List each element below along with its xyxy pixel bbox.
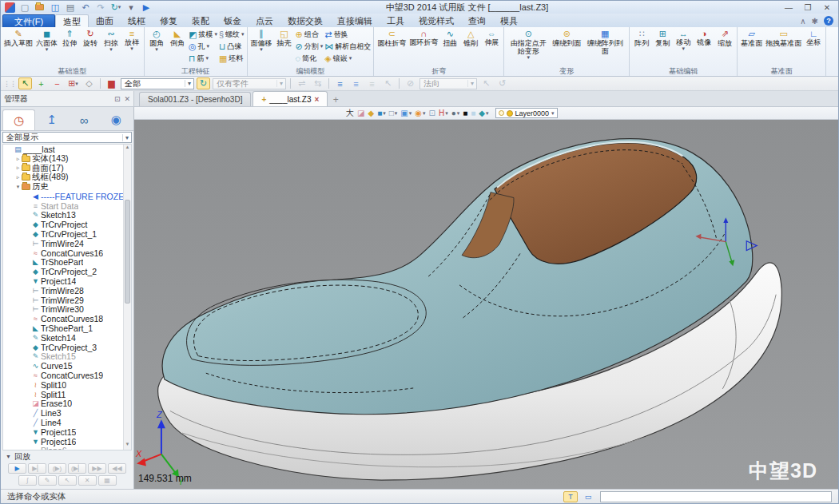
rib-button[interactable]: ⊓筋▾ bbox=[189, 53, 217, 64]
window-pick-button[interactable]: ⊞▾ bbox=[66, 77, 80, 89]
entity-filter-button[interactable]: ▆ bbox=[105, 77, 118, 89]
expand-list-button[interactable]: ≡ bbox=[333, 77, 347, 89]
divide-button[interactable]: ⊘分割▾ bbox=[296, 41, 324, 52]
align-pair-button[interactable]: ⇌ bbox=[295, 77, 308, 89]
redo-button[interactable]: ↷ bbox=[95, 2, 106, 13]
face-offset-button[interactable]: ∥面偏移▾ bbox=[249, 28, 274, 67]
pick-last-button[interactable]: ↖ bbox=[381, 77, 395, 89]
stretch-button[interactable]: ⇔伸展 bbox=[481, 28, 502, 67]
new-file-button[interactable]: ▢ bbox=[19, 2, 30, 13]
tab-视觉样式[interactable]: 视觉样式 bbox=[412, 14, 461, 27]
mirror-button[interactable]: ◑镜像 bbox=[694, 28, 714, 67]
text-input-toggle[interactable]: T bbox=[563, 491, 578, 502]
save-button[interactable]: ◫ bbox=[50, 2, 61, 13]
command-input[interactable] bbox=[600, 491, 832, 502]
auto-regen-button[interactable]: ↻ bbox=[197, 77, 210, 89]
tree-item-StartData[interactable]: ≡Start Data bbox=[3, 201, 131, 211]
box-button[interactable]: ◼六面体▾ bbox=[34, 28, 59, 67]
regen-button[interactable]: ↻▾ bbox=[110, 2, 121, 13]
close-button[interactable]: ✕ bbox=[821, 2, 833, 13]
replay-rewind-button[interactable]: ◀◀ bbox=[108, 463, 126, 474]
tree-item-TrimWire29[interactable]: ⊢TrimWire29 bbox=[3, 296, 131, 305]
background-button[interactable]: ●▾ bbox=[451, 109, 460, 117]
copy-button[interactable]: ⊞复制 bbox=[652, 28, 673, 67]
replay-play-button[interactable]: ▶ bbox=[8, 463, 26, 474]
heal-button[interactable]: ◆ bbox=[368, 109, 374, 117]
emboss-button[interactable]: ◈镶嵌▾ bbox=[324, 53, 371, 64]
add-pick-button[interactable]: + bbox=[34, 77, 48, 89]
shaded-display-button[interactable]: ■▾ bbox=[377, 109, 386, 117]
file-menu-button[interactable]: 文件(F) bbox=[2, 14, 55, 27]
tab-修复[interactable]: 修复 bbox=[153, 14, 185, 27]
document-tab[interactable]: Sola001.Z3 - [Desenho3D] bbox=[139, 92, 251, 106]
tree-item-Sketch15[interactable]: ✎Sketch15 bbox=[3, 352, 131, 362]
revolve-button[interactable]: ↻旋转 bbox=[80, 28, 101, 67]
close-tab-icon[interactable]: × bbox=[315, 95, 320, 104]
tab-线框[interactable]: 线框 bbox=[121, 14, 153, 27]
view-plane-button[interactable]: ▣▾ bbox=[400, 109, 412, 117]
document-tab[interactable]: +____last.Z3× bbox=[252, 91, 328, 106]
clip-section-button[interactable]: H▾ bbox=[439, 109, 448, 117]
normal-mode-select[interactable]: 法向▾ bbox=[420, 78, 477, 89]
replay-delete-button[interactable]: ✕ bbox=[78, 475, 97, 486]
stock-button[interactable]: ▦坯料 bbox=[219, 53, 245, 64]
tree-item-Sketch13[interactable]: ✎Sketch13 bbox=[3, 211, 131, 220]
tab-造型[interactable]: 造型 bbox=[55, 14, 89, 27]
tab-模具[interactable]: 模具 bbox=[493, 14, 525, 27]
tree-item-TrCrvProject_2[interactable]: ◆TrCrvProject_2 bbox=[3, 267, 131, 276]
new-document-tab-button[interactable]: + bbox=[329, 93, 342, 106]
tree-item-Plane6[interactable]: ▱Plane6 bbox=[3, 446, 131, 451]
restore-button[interactable]: ❐ bbox=[801, 2, 814, 13]
extrude-button[interactable]: ⇑拉伸 bbox=[59, 28, 80, 67]
sweep-button[interactable]: ∾扫掠▾ bbox=[101, 28, 121, 67]
drag-datum-button[interactable]: ▭拖拽基准面 bbox=[764, 28, 803, 67]
tree-item-ConcatCurves18[interactable]: ≈ConcatCurves18 bbox=[3, 314, 131, 323]
pale-color-swatch[interactable]: ■ bbox=[471, 109, 475, 117]
tab-曲面[interactable]: 曲面 bbox=[89, 14, 121, 27]
lasso-pick-button[interactable]: ◇ bbox=[82, 77, 96, 89]
remove-pick-button[interactable]: − bbox=[50, 77, 64, 89]
filter-scope-select[interactable]: 全部▾ bbox=[121, 78, 194, 89]
wrap-pattern-to-face-button[interactable]: ▦缠绕阵列到面 bbox=[583, 28, 627, 67]
tab-直接编辑[interactable]: 直接编辑 bbox=[330, 14, 380, 27]
taper-button[interactable]: △锥削 bbox=[460, 28, 481, 67]
tree-expander-icon[interactable]: ▹ bbox=[14, 156, 22, 162]
tree-expander-icon[interactable]: ▹ bbox=[14, 165, 22, 171]
undo-button[interactable]: ↶ bbox=[80, 2, 91, 13]
replay-step-button[interactable]: (▶) bbox=[48, 463, 66, 474]
wireframe-display-button[interactable]: □▾ bbox=[389, 109, 398, 117]
toolbar-grip[interactable]: ⋮⋮ bbox=[3, 80, 16, 88]
morph-from-point-button[interactable]: ⊙由指定点开始变形▾ bbox=[506, 28, 551, 67]
tree-item-TrimWire28[interactable]: ⊢TrimWire28 bbox=[3, 286, 131, 296]
tree-item-ConcatCurves19[interactable]: ≈ConcatCurves19 bbox=[3, 371, 131, 380]
scroll-up-icon[interactable]: ▲ bbox=[124, 145, 131, 153]
tree-item-ConcatCurves16[interactable]: ≈ConcatCurves16 bbox=[3, 248, 131, 258]
move-button[interactable]: ↔移动▾ bbox=[673, 28, 694, 67]
cylindrical-bend-button[interactable]: ⊂圆柱折弯 bbox=[376, 28, 408, 67]
tree-item-TrShoePart[interactable]: ◣TrShoePart bbox=[3, 258, 131, 268]
tree-item-Line4[interactable]: ╱Line4 bbox=[3, 418, 131, 427]
fillet-button[interactable]: ◴圆角▾ bbox=[146, 28, 167, 67]
list-all-button[interactable]: ≡ bbox=[365, 77, 379, 89]
tree-item-TrimWire30[interactable]: ⊢TrimWire30 bbox=[3, 305, 131, 315]
tab-点云[interactable]: 点云 bbox=[249, 14, 280, 27]
tree-item-Erase10[interactable]: ◪Erase10 bbox=[3, 399, 131, 409]
tree-item-Curve15[interactable]: ∿Curve15 bbox=[3, 361, 131, 371]
tree-item-TrShoePart_1[interactable]: ◣TrShoePart_1 bbox=[3, 323, 131, 333]
lip-button[interactable]: ⊔凸缘 bbox=[219, 41, 245, 52]
tab-钣金[interactable]: 钣金 bbox=[217, 14, 249, 27]
section-view-button[interactable]: ◉▾ bbox=[415, 109, 425, 117]
panel-toggle[interactable]: ▭ bbox=[581, 491, 595, 502]
tree-item-TrCrvProject_3[interactable]: ◆TrCrvProject_3 bbox=[3, 343, 131, 352]
pick-normal-button[interactable]: ↖ bbox=[479, 77, 493, 89]
replay-edit-button[interactable]: ✎ bbox=[38, 475, 57, 486]
shoe-model-svg[interactable]: Z X Y bbox=[134, 120, 838, 489]
part-filter-select[interactable]: 仅有零件▾ bbox=[213, 78, 286, 89]
tree-item-(143)[interactable]: ▹实体(143) bbox=[3, 154, 131, 164]
hole-button[interactable]: ◎孔▾ bbox=[189, 41, 217, 52]
select-filter-button[interactable]: ↖ bbox=[18, 77, 32, 89]
tree-expander-icon[interactable]: ▹ bbox=[14, 174, 22, 181]
tree-item-TrCrvProject_1[interactable]: ◆TrCrvProject_1 bbox=[3, 229, 131, 239]
tree-item------FEATUREFROZENHERE-----[interactable]: ◀-----FEATURE FROZEN HERE----- bbox=[3, 192, 131, 201]
assembly-manager-tab[interactable]: ↥ bbox=[36, 109, 67, 130]
